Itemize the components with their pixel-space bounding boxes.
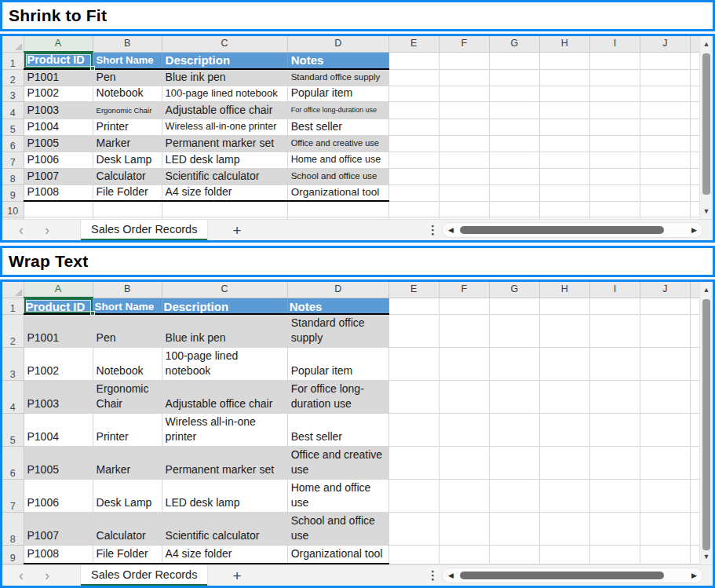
prev-sheet-button[interactable]: ‹ — [13, 566, 29, 586]
cell[interactable]: P1008 — [24, 546, 93, 564]
cell[interactable]: P1002 — [24, 348, 93, 381]
vertical-scrollbar[interactable]: ▲▼ — [699, 36, 713, 219]
cell[interactable]: P1004 — [24, 414, 93, 447]
cell[interactable] — [389, 52, 439, 69]
cell[interactable] — [640, 102, 690, 119]
cell[interactable] — [489, 52, 539, 69]
header-cell-notes[interactable]: Notes — [287, 298, 389, 314]
cell[interactable] — [389, 119, 439, 136]
scroll-left-arrow-icon[interactable]: ◀ — [448, 226, 454, 234]
cell[interactable] — [640, 52, 690, 69]
row-number-3[interactable]: 3 — [2, 86, 24, 102]
more-options-icon[interactable]: ⋮ — [427, 568, 439, 583]
cell[interactable] — [389, 201, 439, 217]
header-cell-product-id[interactable]: Product ID — [24, 298, 93, 314]
select-all-button[interactable] — [2, 282, 24, 298]
sheet-tab-sales-order-records[interactable]: Sales Order Records — [81, 565, 207, 586]
cell[interactable] — [589, 513, 640, 546]
cell[interactable] — [589, 185, 640, 202]
cell[interactable] — [489, 86, 539, 102]
cell[interactable] — [439, 119, 489, 136]
cell[interactable] — [489, 102, 539, 119]
cell[interactable] — [640, 86, 690, 102]
column-header-F[interactable]: F — [439, 282, 489, 298]
row-number-9[interactable]: 9 — [2, 185, 24, 202]
cell[interactable]: Popular item — [287, 86, 389, 102]
cell[interactable] — [489, 201, 539, 217]
cell[interactable] — [640, 169, 690, 185]
scroll-right-arrow-icon[interactable]: ▶ — [691, 226, 697, 234]
cell[interactable] — [640, 314, 690, 348]
cell[interactable] — [439, 136, 489, 152]
cell[interactable] — [640, 298, 690, 314]
cell[interactable] — [489, 136, 539, 152]
cell[interactable]: Popular item — [287, 348, 389, 381]
cell[interactable]: Organizational tool — [287, 185, 389, 202]
cell[interactable]: Ergonomic Chair — [93, 102, 162, 119]
cell[interactable] — [640, 201, 690, 217]
cell[interactable] — [439, 152, 489, 169]
cell[interactable] — [389, 152, 439, 169]
cell[interactable]: Marker — [93, 136, 162, 152]
cell[interactable] — [389, 480, 439, 513]
cell[interactable] — [589, 102, 640, 119]
cell[interactable] — [489, 169, 539, 185]
cell[interactable]: Office and creative use — [287, 136, 389, 152]
cell[interactable]: Notebook — [93, 348, 162, 381]
cell[interactable] — [589, 414, 640, 447]
cell[interactable]: 100-page lined notebook — [162, 348, 287, 381]
cell[interactable] — [539, 169, 589, 185]
cell[interactable] — [489, 152, 539, 169]
cell[interactable]: P1003 — [24, 381, 93, 414]
more-options-icon[interactable]: ⋮ — [427, 223, 439, 237]
cell[interactable] — [389, 414, 439, 447]
cell[interactable] — [640, 119, 690, 136]
cell[interactable] — [439, 69, 489, 86]
column-header-C[interactable]: C — [162, 282, 287, 298]
row-number-7[interactable]: 7 — [2, 152, 24, 169]
header-cell-description[interactable]: Description — [162, 52, 287, 69]
horizontal-scroll-thumb[interactable] — [460, 572, 664, 579]
cell[interactable] — [640, 480, 690, 513]
cell[interactable] — [539, 185, 589, 202]
cell[interactable] — [439, 169, 489, 185]
cell[interactable]: Scientific calculator — [162, 169, 287, 185]
next-sheet-button[interactable]: › — [39, 566, 55, 586]
cell[interactable]: Standard office supply — [287, 314, 389, 348]
cell[interactable]: Pen — [93, 314, 162, 348]
cell[interactable] — [439, 348, 489, 381]
cell[interactable] — [589, 86, 640, 102]
column-header-D[interactable]: D — [287, 282, 389, 298]
cell[interactable] — [439, 52, 489, 69]
cell[interactable] — [589, 52, 640, 69]
cell[interactable] — [389, 102, 439, 119]
row-number-8[interactable]: 8 — [2, 513, 24, 546]
row-number-7[interactable]: 7 — [2, 480, 24, 513]
cell[interactable] — [589, 169, 640, 185]
cell[interactable] — [489, 447, 539, 480]
cell[interactable]: Blue ink pen — [162, 69, 287, 86]
cell[interactable]: Desk Lamp — [93, 152, 162, 169]
cell[interactable] — [539, 414, 589, 447]
cell[interactable]: Office and creative use — [287, 447, 389, 480]
scroll-up-arrow-icon[interactable]: ▲ — [700, 39, 713, 49]
cell[interactable] — [539, 546, 589, 564]
cell[interactable]: A4 size folder — [162, 185, 287, 202]
row-number-3[interactable]: 3 — [2, 348, 24, 381]
row-number-2[interactable]: 2 — [2, 69, 24, 86]
cell[interactable]: P1003 — [24, 102, 93, 119]
cell[interactable] — [24, 201, 93, 217]
column-header-C[interactable]: C — [162, 36, 287, 52]
cell[interactable] — [489, 348, 539, 381]
header-cell-short-name[interactable]: Short Name — [93, 298, 162, 314]
next-sheet-button[interactable]: › — [39, 221, 55, 240]
column-header-I[interactable]: I — [589, 282, 640, 298]
horizontal-scrollbar[interactable]: ◀▶ — [442, 222, 703, 238]
column-header-B[interactable]: B — [93, 36, 162, 52]
cell[interactable] — [539, 69, 589, 86]
cell[interactable]: School and office use — [287, 513, 389, 546]
prev-sheet-button[interactable]: ‹ — [13, 221, 29, 240]
cell[interactable] — [489, 314, 539, 348]
cell[interactable] — [389, 348, 439, 381]
row-number-1[interactable]: 1 — [2, 298, 24, 314]
